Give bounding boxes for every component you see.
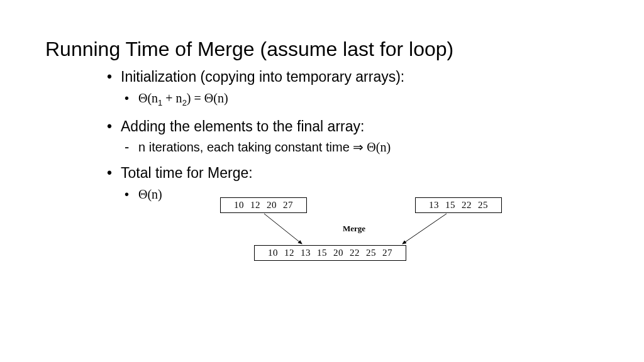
array-cell: 10 [265,248,281,258]
n-prefix: n [138,140,149,154]
array-cell: 27 [379,248,396,258]
array-cell: 25 [363,248,379,258]
svg-line-0 [264,214,302,244]
bullet-initialization: Initialization (copying into temporary a… [107,68,585,86]
array-cell: 25 [475,200,491,211]
theta-n-2: Θ(n) [138,187,162,201]
slide: Running Time of Merge (assume last for l… [0,0,644,362]
array-left: 10122027 [220,197,307,213]
array-cell: 20 [330,248,347,258]
theta-expr-part1: Θ(n [138,91,158,105]
merge-label: Merge [343,224,365,234]
array-cell: 13 [426,200,442,211]
array-cell: 22 [347,248,363,258]
theta-n-1: Θ(n) [364,140,391,154]
subscript-2: 2 [182,98,187,107]
bullet-adding: Adding the elements to the final array: [107,118,585,136]
array-merged: 1012131520222527 [254,245,406,261]
array-cell: 22 [458,200,475,211]
array-right: 13152225 [415,197,502,213]
array-cell: 27 [280,200,296,211]
bullet-init-complexity: Θ(n1 + n2) = Θ(n) [125,90,585,109]
bullet-total: Total time for Merge: [107,164,585,182]
array-cell: 20 [264,200,280,211]
array-cell: 12 [247,200,264,211]
theta-expr-part3: ) = Θ(n) [187,91,228,105]
array-cell: 15 [314,248,330,258]
array-cell: 12 [281,248,297,258]
bullet-adding-detail: n iterations, each taking constant time … [125,139,585,155]
merge-diagram: 10122027 13152225 Merge 1012131520222527 [220,195,535,283]
array-cell: 13 [297,248,314,258]
iteration-text: iterations, each taking constant time [149,140,353,154]
array-cell: 10 [231,200,247,211]
slide-title: Running Time of Merge (assume last for l… [45,38,453,61]
svg-line-1 [402,214,447,244]
implies-icon: ⇒ [353,140,364,154]
theta-expr-part2: + n [162,91,182,105]
array-cell: 15 [442,200,458,211]
slide-body: Initialization (copying into temporary a… [107,68,585,211]
